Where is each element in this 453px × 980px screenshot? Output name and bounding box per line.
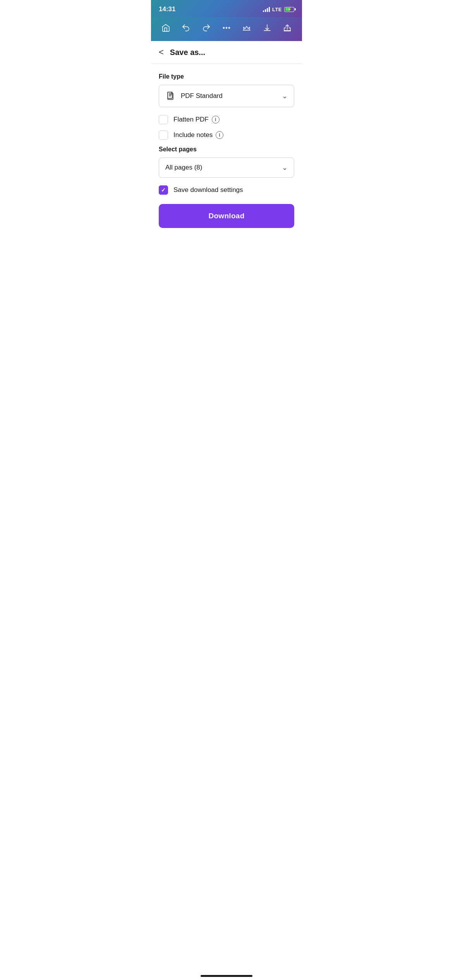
pdf-icon (165, 91, 176, 101)
battery-bolt-icon: ⚡ (287, 7, 292, 11)
file-type-chevron-icon: ⌄ (282, 92, 288, 100)
status-time: 14:31 (159, 5, 175, 13)
file-type-label: File type (159, 73, 294, 80)
flatten-pdf-row: Flatten PDF i (159, 115, 294, 124)
flatten-pdf-info-icon[interactable]: i (212, 116, 220, 123)
dropdown-left: PDF Standard (165, 91, 223, 101)
lte-label: LTE (272, 7, 282, 12)
svg-point-2 (228, 27, 230, 29)
battery: ⚡ (284, 7, 294, 12)
signal-bar-1 (263, 10, 264, 12)
signal-bar-2 (265, 9, 266, 12)
select-pages-section: Select pages All pages (8) ⌄ (159, 146, 294, 178)
svg-point-0 (223, 27, 224, 29)
save-settings-label: Save download settings (173, 186, 243, 194)
back-button[interactable]: < (159, 47, 164, 57)
pages-selected: All pages (8) (165, 164, 202, 171)
signal-bar-4 (269, 7, 270, 12)
crown-icon[interactable] (240, 21, 254, 35)
nav-bar (151, 17, 302, 41)
page-header: < Save as... (151, 41, 302, 64)
include-notes-row: Include notes i (159, 130, 294, 140)
file-type-selected: PDF Standard (181, 92, 223, 100)
home-icon[interactable] (159, 21, 173, 35)
svg-point-1 (226, 27, 227, 29)
status-bar: 14:31 LTE ⚡ (151, 0, 302, 17)
page-title: Save as... (170, 48, 205, 57)
file-type-dropdown[interactable]: PDF Standard ⌄ (159, 85, 294, 107)
flatten-pdf-label: Flatten PDF i (173, 116, 220, 123)
share-icon[interactable] (280, 21, 294, 35)
signal-bar-3 (267, 8, 268, 12)
include-notes-checkbox[interactable] (159, 130, 168, 140)
content-area: File type PDF Standard ⌄ Flatten PDF i (151, 64, 302, 237)
download-button[interactable]: Download (159, 204, 294, 228)
include-notes-label: Include notes i (173, 131, 223, 139)
download-nav-icon[interactable] (260, 21, 274, 35)
select-pages-label: Select pages (159, 146, 294, 153)
pages-dropdown[interactable]: All pages (8) ⌄ (159, 158, 294, 178)
redo-icon[interactable] (199, 21, 213, 35)
status-right-icons: LTE ⚡ (263, 7, 294, 12)
include-notes-info-icon[interactable]: i (216, 131, 223, 139)
more-icon[interactable] (220, 21, 233, 35)
undo-icon[interactable] (179, 21, 193, 35)
save-settings-checkbox[interactable] (159, 185, 168, 195)
pages-chevron-icon: ⌄ (282, 163, 288, 172)
signal-bars (263, 7, 270, 12)
save-settings-row: Save download settings (159, 185, 294, 195)
flatten-pdf-checkbox[interactable] (159, 115, 168, 124)
